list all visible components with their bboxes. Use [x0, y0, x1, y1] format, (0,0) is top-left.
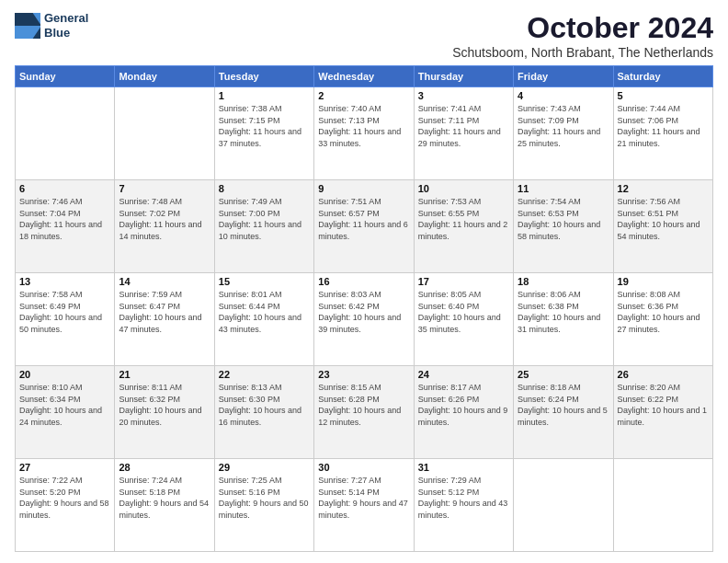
day-number: 17 — [418, 276, 509, 287]
day-info: Sunrise: 7:59 AM Sunset: 6:47 PM Dayligh… — [119, 289, 210, 335]
calendar-cell: 31Sunrise: 7:29 AM Sunset: 5:12 PM Dayli… — [414, 459, 513, 552]
day-number: 28 — [119, 462, 210, 473]
calendar-day-header: Monday — [115, 66, 214, 87]
day-info: Sunrise: 7:25 AM Sunset: 5:16 PM Dayligh… — [219, 475, 310, 521]
day-number: 5 — [618, 90, 709, 101]
day-info: Sunrise: 7:41 AM Sunset: 7:11 PM Dayligh… — [418, 103, 509, 149]
logo-text: General Blue — [44, 11, 88, 40]
day-info: Sunrise: 8:15 AM Sunset: 6:28 PM Dayligh… — [318, 382, 409, 428]
day-info: Sunrise: 7:44 AM Sunset: 7:06 PM Dayligh… — [618, 103, 709, 149]
calendar-cell: 25Sunrise: 8:18 AM Sunset: 6:24 PM Dayli… — [514, 366, 613, 459]
calendar-cell: 7Sunrise: 7:48 AM Sunset: 7:02 PM Daylig… — [115, 180, 214, 273]
day-info: Sunrise: 7:53 AM Sunset: 6:55 PM Dayligh… — [418, 196, 509, 242]
calendar-cell: 6Sunrise: 7:46 AM Sunset: 7:04 PM Daylig… — [16, 180, 115, 273]
calendar-cell: 27Sunrise: 7:22 AM Sunset: 5:20 PM Dayli… — [16, 459, 115, 552]
day-info: Sunrise: 7:29 AM Sunset: 5:12 PM Dayligh… — [418, 475, 509, 521]
day-info: Sunrise: 8:17 AM Sunset: 6:26 PM Dayligh… — [418, 382, 509, 428]
calendar-cell: 15Sunrise: 8:01 AM Sunset: 6:44 PM Dayli… — [214, 273, 313, 366]
calendar-cell: 8Sunrise: 7:49 AM Sunset: 7:00 PM Daylig… — [214, 180, 313, 273]
day-info: Sunrise: 8:03 AM Sunset: 6:42 PM Dayligh… — [318, 289, 409, 335]
day-info: Sunrise: 7:43 AM Sunset: 7:09 PM Dayligh… — [518, 103, 609, 149]
calendar-week-row: 1Sunrise: 7:38 AM Sunset: 7:15 PM Daylig… — [16, 87, 713, 180]
calendar-cell: 28Sunrise: 7:24 AM Sunset: 5:18 PM Dayli… — [115, 459, 214, 552]
calendar-week-row: 13Sunrise: 7:58 AM Sunset: 6:49 PM Dayli… — [16, 273, 713, 366]
month-title: October 2024 — [452, 11, 713, 45]
general-blue-logo-icon — [15, 13, 40, 39]
day-info: Sunrise: 7:22 AM Sunset: 5:20 PM Dayligh… — [19, 475, 110, 521]
day-info: Sunrise: 7:40 AM Sunset: 7:13 PM Dayligh… — [318, 103, 409, 149]
calendar-header-row: SundayMondayTuesdayWednesdayThursdayFrid… — [16, 66, 713, 87]
day-number: 14 — [119, 276, 210, 287]
day-info: Sunrise: 7:51 AM Sunset: 6:57 PM Dayligh… — [318, 196, 409, 242]
calendar-cell: 4Sunrise: 7:43 AM Sunset: 7:09 PM Daylig… — [514, 87, 613, 180]
day-number: 2 — [318, 90, 409, 101]
calendar-day-header: Tuesday — [214, 66, 313, 87]
calendar-week-row: 20Sunrise: 8:10 AM Sunset: 6:34 PM Dayli… — [16, 366, 713, 459]
day-number: 1 — [219, 90, 310, 101]
calendar-cell: 1Sunrise: 7:38 AM Sunset: 7:15 PM Daylig… — [214, 87, 313, 180]
day-number: 11 — [518, 183, 609, 194]
day-info: Sunrise: 7:27 AM Sunset: 5:14 PM Dayligh… — [318, 475, 409, 521]
calendar-cell: 23Sunrise: 8:15 AM Sunset: 6:28 PM Dayli… — [314, 366, 414, 459]
calendar-cell: 11Sunrise: 7:54 AM Sunset: 6:53 PM Dayli… — [514, 180, 613, 273]
day-number: 3 — [418, 90, 509, 101]
day-number: 31 — [418, 462, 509, 473]
day-info: Sunrise: 7:49 AM Sunset: 7:00 PM Dayligh… — [219, 196, 310, 242]
calendar-cell — [115, 87, 214, 180]
calendar-cell: 26Sunrise: 8:20 AM Sunset: 6:22 PM Dayli… — [613, 366, 712, 459]
day-number: 19 — [618, 276, 709, 287]
day-info: Sunrise: 7:46 AM Sunset: 7:04 PM Dayligh… — [19, 196, 110, 242]
day-number: 4 — [518, 90, 609, 101]
calendar-week-row: 6Sunrise: 7:46 AM Sunset: 7:04 PM Daylig… — [16, 180, 713, 273]
day-number: 16 — [318, 276, 409, 287]
day-number: 10 — [418, 183, 509, 194]
calendar-cell: 12Sunrise: 7:56 AM Sunset: 6:51 PM Dayli… — [613, 180, 712, 273]
day-number: 20 — [19, 369, 110, 380]
day-info: Sunrise: 7:54 AM Sunset: 6:53 PM Dayligh… — [518, 196, 609, 242]
day-info: Sunrise: 7:38 AM Sunset: 7:15 PM Dayligh… — [219, 103, 310, 149]
calendar-cell: 29Sunrise: 7:25 AM Sunset: 5:16 PM Dayli… — [214, 459, 313, 552]
calendar-cell: 19Sunrise: 8:08 AM Sunset: 6:36 PM Dayli… — [613, 273, 712, 366]
day-info: Sunrise: 7:24 AM Sunset: 5:18 PM Dayligh… — [119, 475, 210, 521]
day-info: Sunrise: 8:10 AM Sunset: 6:34 PM Dayligh… — [19, 382, 110, 428]
day-number: 24 — [418, 369, 509, 380]
day-number: 8 — [219, 183, 310, 194]
logo: General Blue — [15, 11, 88, 40]
day-number: 25 — [518, 369, 609, 380]
day-number: 15 — [219, 276, 310, 287]
day-number: 23 — [318, 369, 409, 380]
page: General Blue October 2024 Schutsboom, No… — [0, 0, 728, 563]
day-number: 27 — [19, 462, 110, 473]
calendar-cell: 30Sunrise: 7:27 AM Sunset: 5:14 PM Dayli… — [314, 459, 414, 552]
calendar-cell: 13Sunrise: 7:58 AM Sunset: 6:49 PM Dayli… — [16, 273, 115, 366]
day-number: 6 — [19, 183, 110, 194]
calendar-cell: 22Sunrise: 8:13 AM Sunset: 6:30 PM Dayli… — [214, 366, 313, 459]
day-info: Sunrise: 8:18 AM Sunset: 6:24 PM Dayligh… — [518, 382, 609, 428]
day-info: Sunrise: 8:13 AM Sunset: 6:30 PM Dayligh… — [219, 382, 310, 428]
calendar-day-header: Friday — [514, 66, 613, 87]
day-number: 21 — [119, 369, 210, 380]
calendar-cell: 5Sunrise: 7:44 AM Sunset: 7:06 PM Daylig… — [613, 87, 712, 180]
calendar-day-header: Saturday — [613, 66, 712, 87]
calendar-cell: 17Sunrise: 8:05 AM Sunset: 6:40 PM Dayli… — [414, 273, 513, 366]
day-info: Sunrise: 7:58 AM Sunset: 6:49 PM Dayligh… — [19, 289, 110, 335]
day-number: 18 — [518, 276, 609, 287]
header: General Blue October 2024 Schutsboom, No… — [15, 11, 713, 60]
day-number: 30 — [318, 462, 409, 473]
calendar-cell: 16Sunrise: 8:03 AM Sunset: 6:42 PM Dayli… — [314, 273, 414, 366]
calendar-cell: 10Sunrise: 7:53 AM Sunset: 6:55 PM Dayli… — [414, 180, 513, 273]
day-info: Sunrise: 8:20 AM Sunset: 6:22 PM Dayligh… — [618, 382, 709, 428]
subtitle: Schutsboom, North Brabant, The Netherlan… — [452, 45, 713, 60]
calendar-day-header: Thursday — [414, 66, 513, 87]
calendar-cell — [514, 459, 613, 552]
day-info: Sunrise: 8:06 AM Sunset: 6:38 PM Dayligh… — [518, 289, 609, 335]
calendar-cell: 2Sunrise: 7:40 AM Sunset: 7:13 PM Daylig… — [314, 87, 414, 180]
day-number: 22 — [219, 369, 310, 380]
day-info: Sunrise: 8:05 AM Sunset: 6:40 PM Dayligh… — [418, 289, 509, 335]
day-number: 29 — [219, 462, 310, 473]
calendar-cell: 9Sunrise: 7:51 AM Sunset: 6:57 PM Daylig… — [314, 180, 414, 273]
day-number: 13 — [19, 276, 110, 287]
calendar-week-row: 27Sunrise: 7:22 AM Sunset: 5:20 PM Dayli… — [16, 459, 713, 552]
calendar-cell: 21Sunrise: 8:11 AM Sunset: 6:32 PM Dayli… — [115, 366, 214, 459]
day-info: Sunrise: 7:56 AM Sunset: 6:51 PM Dayligh… — [618, 196, 709, 242]
